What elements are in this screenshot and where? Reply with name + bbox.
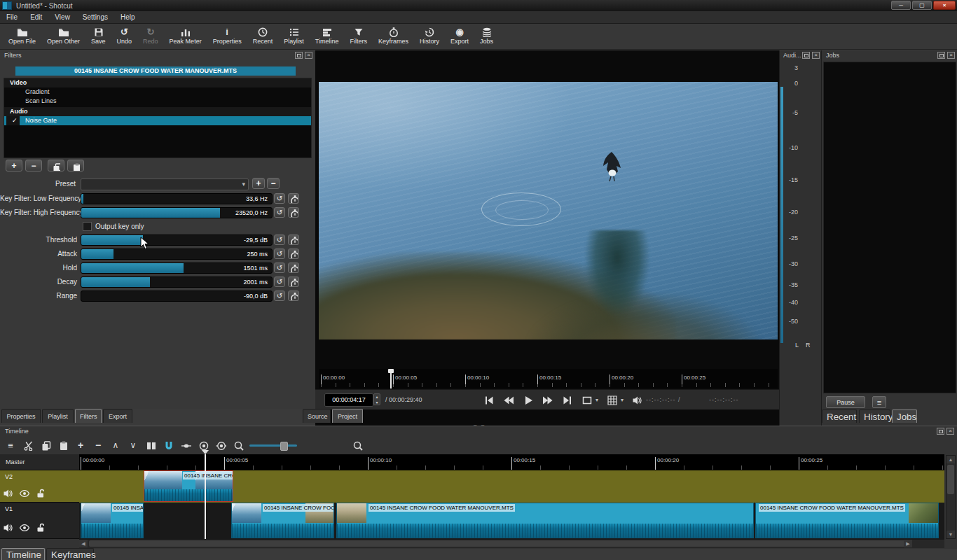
zoom-fit-button[interactable] <box>580 393 593 406</box>
undo-button[interactable]: ↺Undo <box>111 24 138 45</box>
grid-button[interactable] <box>605 393 618 406</box>
menu-file[interactable]: File <box>0 13 24 21</box>
filter-item-scan-lines[interactable]: Scan Lines <box>4 97 311 106</box>
timeline-ruler[interactable]: 00:00:00 00:00:05 00:00:10 00:00:15 00:0… <box>79 454 944 470</box>
skip-start-button[interactable] <box>482 393 495 406</box>
timeline-vertical-scrollbar[interactable]: ▲ ▼ <box>946 455 956 539</box>
keyframe-stopwatch-button[interactable] <box>288 290 299 301</box>
dock-close-icon[interactable]: × <box>947 52 955 59</box>
dock-float-icon[interactable] <box>937 428 944 435</box>
scroll-left-icon[interactable]: ◀ <box>79 540 88 547</box>
chevron-down-icon[interactable]: ▾ <box>621 397 624 403</box>
preset-save-button[interactable]: + <box>252 178 265 189</box>
playlist-button[interactable]: Playlist <box>278 24 310 45</box>
timeline-clip[interactable]: 00145 INSA <box>81 503 144 538</box>
chevron-down-icon[interactable]: ▾ <box>595 397 598 403</box>
scroll-down-icon[interactable]: ▼ <box>946 531 955 538</box>
keyframe-stopwatch-button[interactable] <box>288 248 299 259</box>
tab-source[interactable]: Source <box>303 409 331 423</box>
dock-close-icon[interactable]: × <box>305 52 312 59</box>
timecode-spinner[interactable]: ▴▾ <box>373 393 380 405</box>
timeline-button[interactable]: Timeline <box>310 24 345 45</box>
tab-project[interactable]: Project <box>332 409 363 423</box>
range-slider[interactable]: -90,0 dB <box>81 290 273 302</box>
timeline-menu-button[interactable]: ≡ <box>4 439 17 451</box>
player-scrubber[interactable]: 00:00:00 00:00:05 00:00:10 00:00:15 00:0… <box>319 369 778 388</box>
tab-playlist[interactable]: Playlist <box>42 409 74 423</box>
keyframe-stopwatch-button[interactable] <box>288 234 299 245</box>
timeline-clip[interactable]: 00145 INSANE CROW FOOD WATER MANOUVER.MT… <box>336 503 754 538</box>
dock-float-icon[interactable] <box>295 52 303 59</box>
hide-eye-icon[interactable] <box>19 522 29 533</box>
reset-button[interactable]: ↺ <box>274 234 285 245</box>
cut-button[interactable] <box>22 439 34 451</box>
jobs-menu-button[interactable]: ≡ <box>872 396 886 408</box>
save-button[interactable]: Save <box>85 24 111 45</box>
play-button[interactable] <box>521 393 534 406</box>
timeline-clip[interactable]: 00145 INSANE CROW <box>144 470 233 502</box>
reset-button[interactable]: ↺ <box>274 207 285 218</box>
menu-help[interactable]: Help <box>114 13 142 21</box>
add-filter-button[interactable]: + <box>6 160 22 172</box>
track-header-v1[interactable]: V1 <box>0 503 79 539</box>
overwrite-button[interactable]: ∨ <box>127 439 139 451</box>
split-button[interactable] <box>144 439 157 451</box>
scroll-up-icon[interactable]: ▲ <box>946 456 955 463</box>
timeline-clip[interactable]: 00145 INSANE CROW FOO <box>231 503 334 538</box>
paste-button[interactable] <box>57 439 69 451</box>
zoom-out-button[interactable] <box>232 439 245 451</box>
snap-magnet-button[interactable] <box>162 439 174 451</box>
track-v2[interactable]: 00145 INSANE CROW <box>79 470 944 503</box>
scroll-right-icon[interactable]: ▶ <box>904 540 912 547</box>
hide-eye-icon[interactable] <box>19 488 29 498</box>
copy-button[interactable] <box>39 439 52 451</box>
low-frequency-slider[interactable]: 33,6 Hz <box>81 193 273 204</box>
jobs-button[interactable]: Jobs <box>474 24 499 45</box>
scrub-while-dragging-button[interactable] <box>179 439 192 451</box>
remove-filter-button[interactable]: − <box>25 160 42 172</box>
tab-keyframes[interactable]: Keyframes <box>46 548 94 560</box>
video-preview[interactable] <box>319 82 778 340</box>
keyframe-stopwatch-button[interactable] <box>288 193 299 204</box>
maximize-button[interactable]: ▢ <box>912 1 932 10</box>
menu-view[interactable]: View <box>48 13 76 21</box>
timecode-field[interactable]: 00:00:04:17 <box>324 393 373 407</box>
high-frequency-slider[interactable]: 23520,0 Hz <box>81 207 273 218</box>
open-file-button[interactable]: Open File <box>3 24 41 45</box>
peak-meter-button[interactable]: Peak Meter <box>164 24 207 45</box>
timeline-horizontal-scrollbar[interactable]: ◀ ▶ <box>79 539 944 548</box>
ripple-all-tracks-button[interactable] <box>214 439 227 451</box>
tab-recent[interactable]: Recent <box>822 410 857 423</box>
reset-button[interactable]: ↺ <box>274 193 285 204</box>
tab-filters[interactable]: Filters <box>75 409 102 423</box>
mute-speaker-icon[interactable] <box>3 522 13 533</box>
dock-float-icon[interactable] <box>802 52 810 59</box>
pause-button[interactable]: Pause <box>826 396 865 408</box>
mute-speaker-icon[interactable] <box>3 488 13 498</box>
ripple-delete-button[interactable]: − <box>92 439 104 451</box>
minimize-button[interactable]: ─ <box>891 1 911 10</box>
volume-button[interactable] <box>631 393 643 406</box>
decay-slider[interactable]: 2001 ms <box>81 276 273 288</box>
reset-button[interactable]: ↺ <box>274 262 285 273</box>
playhead[interactable] <box>390 369 392 388</box>
tab-jobs[interactable]: Jobs <box>892 410 917 423</box>
recent-button[interactable]: Recent <box>247 24 279 45</box>
tab-history[interactable]: History <box>859 410 890 423</box>
lock-icon[interactable] <box>35 522 46 533</box>
dock-float-icon[interactable] <box>937 52 945 59</box>
keyframe-stopwatch-button[interactable] <box>288 207 299 218</box>
zoom-slider-handle[interactable] <box>280 442 288 451</box>
menu-edit[interactable]: Edit <box>24 13 48 21</box>
filters-button[interactable]: Filters <box>344 24 373 45</box>
preset-delete-button[interactable]: − <box>267 178 280 189</box>
zoom-fit-button[interactable] <box>351 439 364 451</box>
reset-button[interactable]: ↺ <box>274 290 285 301</box>
keyframes-button[interactable]: Keyframes <box>373 24 414 45</box>
close-button[interactable]: × <box>933 1 956 10</box>
keyframe-stopwatch-button[interactable] <box>288 262 299 273</box>
paste-filters-button[interactable] <box>67 160 84 172</box>
scrollbar-thumb[interactable] <box>89 540 907 547</box>
timeline-playhead[interactable] <box>205 454 206 539</box>
filter-item-noise-gate[interactable]: ✓ Noise Gate <box>4 116 311 125</box>
